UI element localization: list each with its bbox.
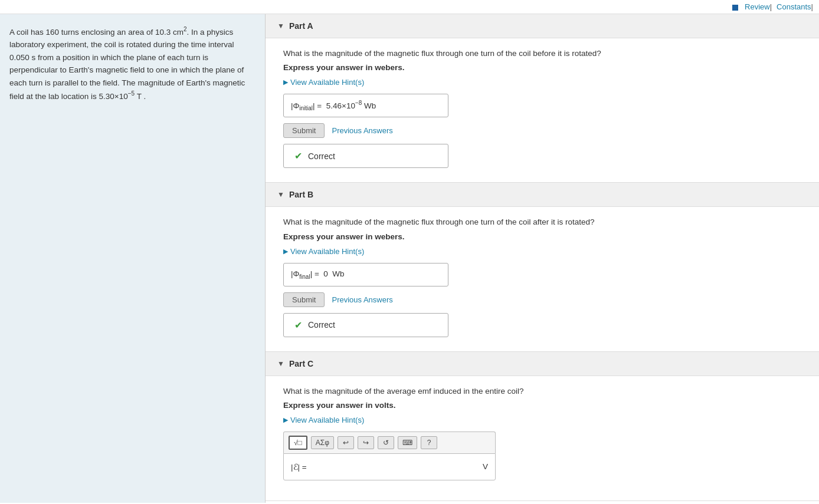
part-b-correct-box: ✔ Correct	[283, 313, 448, 337]
part-c-math-input-row: |ℰ| = V	[283, 453, 496, 480]
part-b-sub: final	[299, 273, 310, 279]
part-c-hint-arrow-icon: ▶	[283, 416, 288, 424]
part-a-chevron-icon: ▼	[277, 22, 284, 30]
part-a-answer-math: |Φinitial| = 5.46×10−8 Wb	[291, 100, 376, 111]
review-icon	[732, 2, 740, 11]
problem-sidebar: A coil has 160 turns enclosing an area o…	[0, 14, 266, 503]
math-toolbar-help-button[interactable]: ?	[421, 436, 437, 449]
part-b-submit-button[interactable]: Submit	[283, 292, 325, 307]
constants-link[interactable]: Constants	[777, 2, 811, 11]
part-c-body: What is the magnitude of the average emf…	[266, 376, 819, 500]
part-c-answer-input[interactable]	[312, 459, 478, 475]
part-b-checkmark-icon: ✔	[294, 319, 302, 331]
part-a-hint-label: View Available Hint(s)	[290, 78, 364, 87]
part-c-answer-unit: V	[483, 462, 488, 471]
math-toolbar-keyboard-button[interactable]: ⌨	[398, 436, 417, 449]
part-a-sub: initial	[299, 105, 313, 111]
part-b-correct-label: Correct	[308, 320, 335, 330]
field-unit: T	[137, 92, 142, 101]
part-c-hint-link[interactable]: ▶ View Available Hint(s)	[283, 416, 801, 424]
review-link[interactable]: Review	[745, 2, 770, 11]
part-b-answer-math: |Φfinal| = 0 Wb	[291, 269, 345, 280]
part-a-correct-box: ✔ Correct	[283, 144, 448, 168]
part-b-section: ▼ Part B What is the magnitude of the ma…	[266, 183, 819, 351]
part-c-express: Express your answer in volts.	[283, 401, 801, 410]
math-toolbar-symbols-button[interactable]: AΣφ	[311, 436, 334, 449]
part-b-hint-arrow-icon: ▶	[283, 248, 288, 255]
part-b-express: Express your answer in webers.	[283, 232, 801, 241]
part-a-header[interactable]: ▼ Part A	[266, 14, 819, 38]
part-a-prev-answers-link[interactable]: Previous Answers	[332, 126, 392, 135]
part-a-exp: −8	[355, 100, 362, 106]
part-b-prev-answers-link[interactable]: Previous Answers	[332, 295, 392, 304]
part-a-express: Express your answer in webers.	[283, 63, 801, 72]
math-toolbar-sqrt-button[interactable]: √□	[289, 436, 307, 450]
part-b-body: What is the magnitude of the magnetic fl…	[266, 207, 819, 351]
part-a-checkmark-icon: ✔	[294, 150, 302, 162]
part-b-answer-box: |Φfinal| = 0 Wb	[283, 263, 448, 286]
main-layout: A coil has 160 turns enclosing an area o…	[0, 14, 819, 503]
part-c-answer-label: |ℰ| =	[291, 462, 307, 472]
main-content: ▼ Part A What is the magnitude of the ma…	[266, 14, 819, 503]
part-a-actions: Submit Previous Answers	[283, 123, 801, 138]
part-c-question: What is the magnitude of the average emf…	[283, 386, 801, 397]
problem-text-start: A coil has 160 turns enclosing an area o…	[9, 28, 184, 37]
math-toolbar-redo-button[interactable]: ↪	[358, 436, 374, 449]
part-a-submit-button[interactable]: Submit	[283, 123, 325, 138]
math-toolbar-refresh-button[interactable]: ↺	[378, 436, 394, 449]
end-separator: |	[811, 2, 813, 11]
part-b-header[interactable]: ▼ Part B	[266, 183, 819, 207]
part-b-hint-label: View Available Hint(s)	[290, 247, 364, 256]
part-b-question: What is the magnitude of the magnetic fl…	[283, 216, 801, 228]
part-a-label: Part A	[289, 21, 313, 31]
part-b-hint-link[interactable]: ▶ View Available Hint(s)	[283, 247, 801, 256]
part-b-label: Part B	[289, 190, 313, 199]
part-c-math-toolbar: √□ AΣφ ↩ ↪ ↺ ⌨ ?	[283, 431, 496, 453]
part-c-input-wrapper: √□ AΣφ ↩ ↪ ↺ ⌨ ? |ℰ| = V	[283, 431, 496, 480]
part-a-section: ▼ Part A What is the magnitude of the ma…	[266, 14, 819, 183]
part-a-body: What is the magnitude of the magnetic fl…	[266, 38, 819, 182]
field-exponent: −5	[128, 90, 135, 97]
part-a-answer-box: |Φinitial| = 5.46×10−8 Wb	[283, 94, 448, 117]
part-c-chevron-icon: ▼	[277, 360, 284, 368]
part-a-hint-link[interactable]: ▶ View Available Hint(s)	[283, 78, 801, 87]
part-c-section: ▼ Part C What is the magnitude of the av…	[266, 352, 819, 501]
part-c-hint-label: View Available Hint(s)	[290, 416, 364, 424]
problem-text-end: . In a physics laboratory experiment, th…	[9, 28, 245, 101]
part-a-correct-label: Correct	[308, 151, 335, 161]
part-b-chevron-icon: ▼	[277, 190, 284, 199]
part-c-header[interactable]: ▼ Part C	[266, 352, 819, 376]
separator: |	[770, 2, 772, 11]
math-toolbar-undo-button[interactable]: ↩	[338, 436, 354, 449]
part-a-question: What is the magnitude of the magnetic fl…	[283, 48, 801, 60]
part-c-label: Part C	[289, 359, 313, 368]
top-bar: Review | Constants |	[0, 0, 819, 14]
hint-arrow-icon: ▶	[283, 78, 288, 86]
part-b-actions: Submit Previous Answers	[283, 292, 801, 307]
